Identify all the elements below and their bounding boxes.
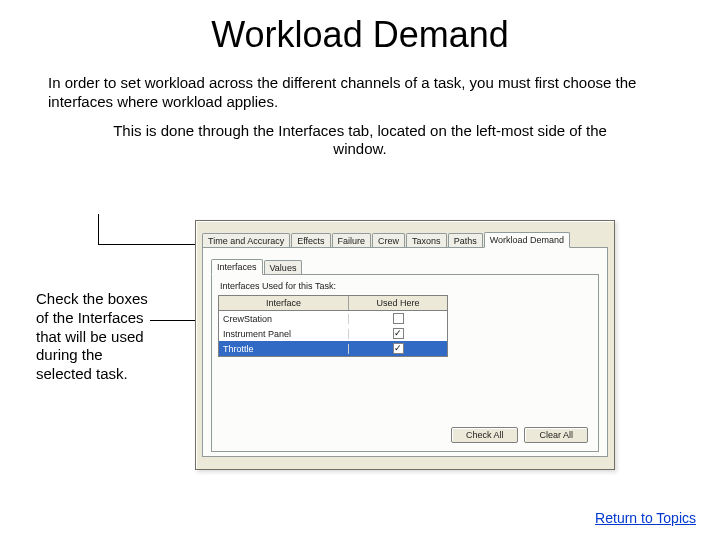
col-used-here: Used Here [349, 296, 447, 310]
button-row: Check All Clear All [451, 427, 588, 443]
table-row[interactable]: Throttle ✓ [219, 341, 447, 356]
panel-label: Interfaces Used for this Task: [220, 281, 592, 291]
cell-interface-name: Throttle [219, 344, 349, 354]
tab-failure[interactable]: Failure [332, 233, 372, 248]
subtab-interfaces[interactable]: Interfaces [211, 259, 263, 275]
clear-all-button[interactable]: Clear All [524, 427, 588, 443]
subtab-panel: Interfaces Used for this Task: Interface… [211, 274, 599, 452]
tab-time-accuracy[interactable]: Time and Accuracy [202, 233, 290, 248]
intro-text: In order to set workload across the diff… [48, 74, 672, 112]
tab-panel: Interfaces Values Interfaces Used for th… [202, 247, 608, 457]
cell-interface-name: CrewStation [219, 314, 349, 324]
tab-paths[interactable]: Paths [448, 233, 483, 248]
page-title: Workload Demand [0, 14, 720, 56]
table-row[interactable]: Instrument Panel ✓ [219, 326, 447, 341]
table-row[interactable]: CrewStation [219, 311, 447, 326]
tab-effects[interactable]: Effects [291, 233, 330, 248]
col-interface: Interface [219, 296, 349, 310]
tab-crew[interactable]: Crew [372, 233, 405, 248]
return-link[interactable]: Return to Topics [595, 510, 696, 526]
cell-interface-name: Instrument Panel [219, 329, 349, 339]
subtab-values[interactable]: Values [264, 260, 303, 275]
tab-taxons[interactable]: Taxons [406, 233, 447, 248]
interfaces-table: Interface Used Here CrewStation Instrume… [218, 295, 448, 357]
main-tabs: Time and Accuracy Effects Failure Crew T… [196, 227, 614, 247]
sub-tabs: Interfaces Values [209, 256, 601, 274]
connector-line [98, 214, 99, 244]
sub-text: This is done through the Interfaces tab,… [90, 122, 630, 160]
dialog-screenshot: Time and Accuracy Effects Failure Crew T… [195, 220, 615, 470]
checkbox[interactable] [393, 313, 404, 324]
checkbox[interactable]: ✓ [393, 328, 404, 339]
check-all-button[interactable]: Check All [451, 427, 519, 443]
side-annotation: Check the boxes of the Interfaces that w… [36, 290, 156, 384]
table-header: Interface Used Here [219, 296, 447, 311]
connector-line [98, 244, 204, 245]
checkbox[interactable]: ✓ [393, 343, 404, 354]
tab-workload-demand[interactable]: Workload Demand [484, 232, 570, 248]
